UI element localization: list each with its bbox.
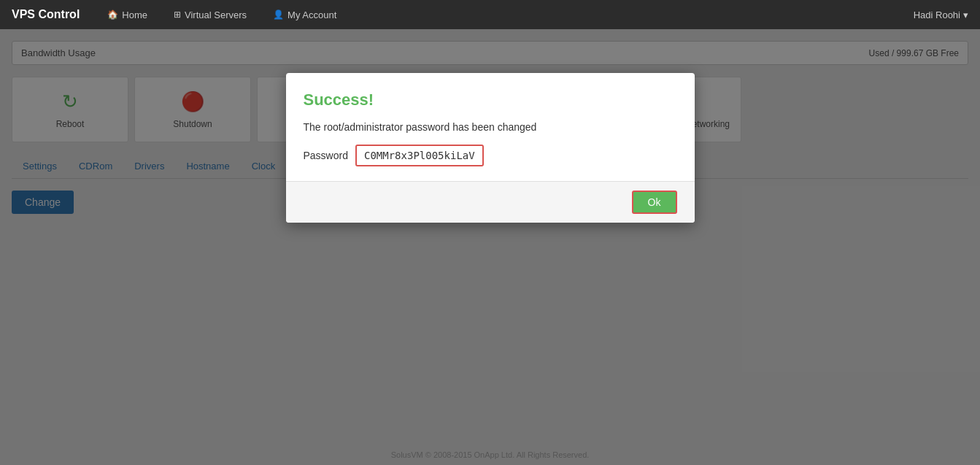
modal-password-value: C0MMr8x3Pl005kiLaV (355, 145, 484, 166)
nav-my-account-label: My Account (288, 9, 336, 20)
nav-home-label: Home (122, 9, 147, 20)
nav-virtual-servers-label: Virtual Servers (185, 9, 247, 20)
dropdown-icon: ▾ (963, 9, 968, 20)
modal-footer: Ok (286, 181, 695, 223)
modal-overlay: Success! The root/administrator password… (0, 29, 980, 465)
modal-body: Success! The root/administrator password… (286, 73, 695, 166)
user-menu[interactable]: Hadi Roohi ▾ (914, 9, 968, 20)
navbar: VPS Control 🏠 Home ⊞ Virtual Servers 👤 M… (0, 0, 980, 29)
main-content: Bandwidth Usage Used / 999.67 GB Free ↻ … (0, 29, 980, 465)
user-label: Hadi Roohi (914, 9, 960, 20)
modal-title: Success! (304, 91, 677, 109)
modal-message: The root/administrator password has been… (304, 121, 677, 133)
modal-password-label: Password (304, 150, 348, 161)
modal-ok-button[interactable]: Ok (632, 191, 677, 214)
nav-my-account[interactable]: 👤 My Account (267, 9, 342, 20)
modal-box: Success! The root/administrator password… (286, 73, 695, 223)
modal-password-row: Password C0MMr8x3Pl005kiLaV (304, 145, 677, 166)
brand-title: VPS Control (12, 8, 80, 21)
nav-virtual-servers[interactable]: ⊞ Virtual Servers (168, 9, 252, 20)
account-icon: 👤 (273, 9, 284, 20)
home-icon: 🏠 (107, 9, 118, 20)
nav-home[interactable]: 🏠 Home (101, 9, 153, 20)
servers-icon: ⊞ (174, 9, 181, 20)
